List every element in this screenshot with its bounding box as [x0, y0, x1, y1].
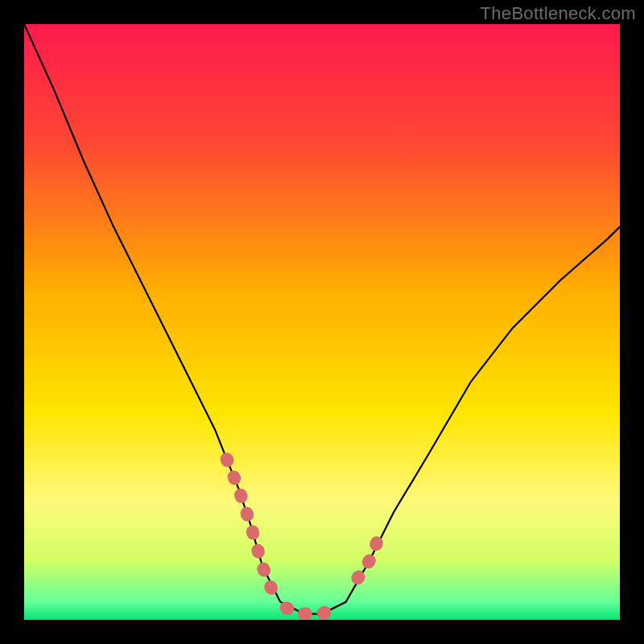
watermark-text: TheBottleneck.com [481, 3, 636, 24]
chart-plot [24, 24, 620, 620]
chart-background [24, 24, 620, 620]
chart-svg [24, 24, 620, 620]
chart-frame: TheBottleneck.com [0, 0, 644, 644]
